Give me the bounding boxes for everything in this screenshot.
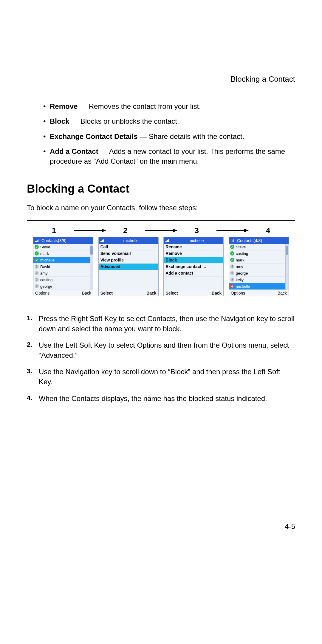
softkey-left[interactable]: Select — [100, 291, 113, 295]
bullet-item: •Add a Contact — Adds a new contact to y… — [43, 147, 292, 166]
phone-title-text: Contacts(4/8) — [236, 238, 287, 243]
signal-icon — [165, 239, 169, 242]
menu-item[interactable]: View profile — [99, 257, 158, 264]
status-offline-icon: ? — [35, 264, 39, 269]
contact-name: Steve — [236, 245, 246, 249]
figure-box: 1234 Contacts(3/8)✓Steve✓mark✓michelle?D… — [27, 220, 295, 303]
page-number: 4-5 — [285, 522, 295, 531]
bullet-dot-icon: • — [43, 132, 50, 141]
status-online-icon: ✓ — [230, 251, 234, 256]
step-item: 4.When the Contacts displays, the name h… — [27, 394, 295, 404]
menu-item-label: Send voicemail — [100, 251, 131, 256]
phone-list: ✓Steve✓mark✓michelle?David?amy?casting?g… — [33, 244, 90, 290]
step-item: 3.Use the Navigation key to scroll down … — [27, 367, 295, 387]
phone-title-bar: Contacts(3/8) — [33, 237, 93, 244]
bullet-dot-icon: • — [43, 117, 50, 126]
softkey-left[interactable]: Select — [165, 291, 178, 295]
contact-row[interactable]: ?casting — [33, 277, 90, 283]
phone-body: CallSend voicemailView profileAdvanced — [99, 244, 158, 290]
menu-item[interactable]: Rename — [164, 244, 223, 250]
scrollbar[interactable] — [285, 244, 289, 290]
step-number: 4. — [27, 394, 39, 404]
contact-name: amy — [40, 271, 48, 275]
menu-item[interactable]: Send voicemail — [99, 250, 158, 257]
softkey-right[interactable]: Back — [146, 291, 156, 295]
step-text: Use the Left Soft Key to select Options … — [39, 340, 295, 360]
phone-screen: Contacts(4/8)✓Steve✓casting✓mark?amy?geo… — [229, 237, 289, 296]
signal-icon — [100, 239, 104, 242]
contact-row[interactable]: ?amy — [33, 270, 90, 277]
contact-name: casting — [236, 251, 248, 256]
svg-marker-5 — [244, 229, 249, 232]
bullet-text: Remove — Removes the contact from your l… — [50, 102, 201, 111]
step-text: Use the Navigation key to scroll down to… — [39, 367, 295, 387]
status-online-icon: ✓ — [230, 258, 234, 262]
softkey-right[interactable]: Back — [212, 291, 222, 295]
softkey-right[interactable]: Back — [82, 291, 91, 295]
bullet-term: Add a Contact — [50, 147, 98, 155]
softkey-left[interactable]: Options — [231, 291, 245, 295]
step-text: Press the Right Soft Key to select Conta… — [39, 314, 295, 334]
menu-item[interactable]: Call — [99, 244, 158, 250]
bullet-item: •Remove — Removes the contact from your … — [43, 102, 292, 111]
menu-item[interactable]: Block — [164, 257, 223, 264]
contact-name: michelle — [236, 284, 250, 289]
contact-row[interactable]: ✓mark — [33, 250, 90, 257]
status-online-icon: ✓ — [35, 258, 39, 262]
contact-row[interactable]: ?amy — [229, 264, 285, 270]
menu-item-label: Add a contact — [165, 271, 193, 275]
contact-row[interactable]: ✓casting — [229, 250, 285, 257]
softkey-bar: OptionsBack — [33, 290, 93, 296]
figure-step-number: 2 — [122, 226, 128, 235]
phone-title-text: michelle — [106, 238, 157, 243]
scrollbar[interactable] — [90, 244, 93, 290]
running-header: Blocking a Contact — [27, 75, 295, 84]
contact-row[interactable]: ?kelly — [229, 277, 285, 283]
step-item: 2.Use the Left Soft Key to select Option… — [27, 340, 295, 360]
phone-list: CallSend voicemailView profileAdvanced — [99, 244, 158, 290]
contact-row[interactable]: ✓mark — [229, 257, 285, 264]
intro-text: To block a name on your Contacts, follow… — [27, 204, 295, 212]
bullet-term: Block — [50, 117, 69, 125]
phone-body: ✓Steve✓casting✓mark?amy?george?kelly⊘mic… — [229, 244, 289, 290]
menu-item-label: Exchange contact ... — [165, 264, 206, 269]
status-online-icon: ✓ — [35, 251, 39, 256]
svg-marker-1 — [102, 229, 106, 232]
contact-row[interactable]: ?george — [229, 270, 285, 277]
contact-row[interactable]: ✓michelle — [33, 257, 90, 264]
menu-item[interactable]: Add a contact — [164, 270, 223, 277]
menu-item-label: Block — [165, 258, 177, 262]
contact-row[interactable]: ?David — [33, 264, 90, 270]
contact-name: mark — [236, 258, 244, 262]
bullet-dot-icon: • — [43, 147, 50, 166]
softkey-bar: OptionsBack — [229, 290, 289, 296]
phone-title-text: michelle — [171, 238, 222, 243]
softkey-left[interactable]: Options — [35, 291, 49, 295]
menu-item[interactable]: Advanced — [99, 264, 158, 270]
status-offline-icon: ? — [35, 284, 39, 288]
status-blocked-icon: ⊘ — [230, 284, 234, 288]
bullet-item: •Block — Blocks or unblocks the contact. — [43, 117, 292, 126]
status-offline-icon: ? — [230, 264, 234, 269]
svg-marker-3 — [173, 229, 177, 232]
softkey-right[interactable]: Back — [278, 291, 287, 295]
contact-name: michelle — [40, 258, 55, 262]
menu-item-label: Remove — [165, 251, 182, 256]
menu-item-label: Rename — [165, 244, 182, 249]
contact-name: casting — [40, 278, 52, 282]
contact-row[interactable]: ✓Steve — [229, 244, 285, 250]
bullet-desc: — Blocks or unblocks the contact. — [69, 117, 179, 125]
contact-row[interactable]: ?george — [33, 283, 90, 290]
step-number: 3. — [27, 367, 39, 387]
contact-row[interactable]: ⊘michelle — [229, 283, 285, 290]
step-number: 1. — [27, 314, 39, 334]
phone-title-bar: michelle — [164, 237, 223, 244]
menu-item[interactable]: Remove — [164, 250, 223, 257]
contact-name: george — [40, 284, 52, 289]
phone-list: ✓Steve✓casting✓mark?amy?george?kelly⊘mic… — [229, 244, 285, 290]
contact-name: David — [40, 264, 50, 269]
menu-item[interactable]: Exchange contact ... — [164, 264, 223, 270]
bullet-item: •Exchange Contact Details — Share detail… — [43, 132, 292, 141]
contact-row[interactable]: ✓Steve — [33, 244, 90, 250]
section-heading: Blocking a Contact — [27, 182, 295, 195]
